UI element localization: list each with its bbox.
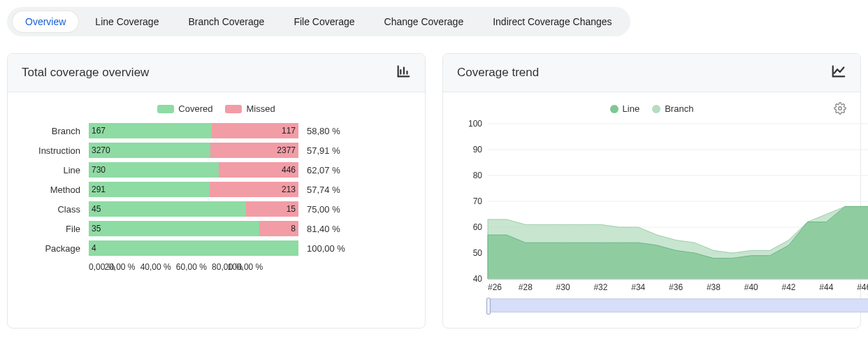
legend-label-line: Line [623, 103, 640, 114]
bar-covered: 167 [89, 123, 212, 138]
gear-icon[interactable] [834, 102, 846, 117]
bar-missed: 446 [219, 162, 298, 178]
svg-text:50: 50 [473, 248, 483, 258]
tab-file-coverage[interactable]: File Coverage [281, 11, 367, 32]
range-handle-left[interactable] [486, 298, 491, 315]
svg-text:#44: #44 [819, 282, 833, 292]
bar-missed: 213 [210, 182, 298, 197]
svg-text:70: 70 [473, 196, 483, 206]
tab-bar: Overview Line Coverage Branch Coverage F… [7, 7, 630, 36]
tab-indirect-coverage-changes[interactable]: Indirect Coverage Changes [480, 11, 624, 32]
svg-text:#42: #42 [782, 282, 796, 292]
row-percent: 81,40 % [303, 224, 347, 234]
bar-track: 167117 [89, 123, 298, 138]
svg-text:#36: #36 [669, 282, 683, 292]
overview-row: Package40100,00 % [22, 238, 411, 258]
bar-track: 291213 [89, 182, 298, 197]
row-percent: 57,91 % [303, 145, 347, 156]
trend-chart: 405060708090100#26#28#30#32#34#36#38#40#… [457, 120, 868, 294]
bar-missed: 8 [259, 221, 298, 236]
bar-missed: 117 [212, 123, 298, 138]
bar-track: 4515 [89, 201, 298, 217]
row-percent: 75,00 % [303, 204, 347, 215]
overview-row: Instruction3270237757,91 % [22, 141, 411, 160]
card-coverage-trend: Coverage trend Line Branch 4050607080901… [442, 53, 861, 329]
legend-swatch-covered [157, 105, 174, 113]
svg-text:60: 60 [473, 222, 483, 232]
overview-row: Class451575,00 % [22, 199, 411, 219]
row-label: Instruction [22, 145, 85, 156]
tab-branch-coverage[interactable]: Branch Coverage [175, 11, 277, 32]
bar-covered: 45 [89, 201, 246, 217]
svg-text:#26: #26 [488, 282, 502, 292]
row-label: Class [22, 204, 85, 215]
row-label: Line [22, 165, 85, 175]
svg-text:#34: #34 [631, 282, 645, 292]
legend-dot-line [610, 105, 619, 113]
bar-covered: 4 [89, 240, 298, 256]
overview-row: Method29121357,74 % [22, 180, 411, 199]
x-tick: 20,00 % [104, 262, 135, 272]
card-header: Coverage trend [443, 54, 860, 92]
bar-covered: 291 [89, 182, 210, 197]
svg-text:100: 100 [468, 120, 482, 129]
bar-covered: 35 [89, 221, 259, 236]
overview-bars: Branch16711758,80 %Instruction3270237757… [22, 121, 411, 258]
x-tick: 40,00 % [140, 262, 171, 272]
row-label: Branch [22, 126, 85, 136]
bar-track: 32702377 [89, 143, 298, 158]
bar-track: 40 [89, 240, 298, 256]
svg-point-7 [839, 107, 842, 110]
svg-text:#30: #30 [556, 282, 570, 292]
tab-line-coverage[interactable]: Line Coverage [82, 11, 171, 32]
bar-covered: 3270 [89, 143, 210, 158]
card-title: Coverage trend [457, 66, 539, 80]
bar-missed: 2377 [210, 143, 298, 158]
legend-label-covered: Covered [178, 103, 212, 114]
svg-text:#38: #38 [707, 282, 721, 292]
legend-swatch-missed [225, 105, 242, 113]
svg-text:40: 40 [473, 274, 483, 284]
bar-covered: 730 [89, 162, 219, 178]
svg-text:80: 80 [473, 171, 483, 180]
card-total-coverage-overview: Total coverage overview Covered Missed B… [7, 53, 426, 329]
svg-text:#28: #28 [519, 282, 533, 292]
overview-row: File35881,40 % [22, 219, 411, 238]
overview-legend: Covered Missed [22, 103, 411, 114]
overview-row: Line73044662,07 % [22, 160, 411, 180]
bar-missed: 15 [246, 201, 298, 217]
card-header: Total coverage overview [8, 54, 425, 92]
bar-track: 730446 [89, 162, 298, 178]
row-label: Method [22, 185, 85, 195]
tab-overview[interactable]: Overview [13, 11, 78, 32]
tab-change-coverage[interactable]: Change Coverage [372, 11, 477, 32]
row-percent: 57,74 % [303, 185, 347, 195]
legend-label-missed: Missed [246, 103, 275, 114]
legend-label-branch: Branch [665, 103, 693, 114]
trend-legend: Line Branch [457, 103, 846, 114]
trend-range-slider[interactable] [488, 298, 868, 312]
row-percent: 100,00 % [303, 243, 347, 254]
row-label: File [22, 224, 85, 234]
x-tick: 100,00 % [228, 262, 263, 272]
line-chart-icon [831, 64, 846, 82]
overview-row: Branch16711758,80 % [22, 121, 411, 141]
legend-dot-branch [652, 105, 660, 113]
bar-chart-icon [396, 64, 411, 82]
row-percent: 58,80 % [303, 126, 347, 136]
bar-track: 358 [89, 221, 298, 236]
row-percent: 62,07 % [303, 165, 347, 175]
svg-text:#46: #46 [857, 282, 868, 292]
svg-text:#40: #40 [744, 282, 758, 292]
row-label: Package [22, 243, 85, 254]
card-title: Total coverage overview [22, 66, 149, 80]
x-tick: 60,00 % [176, 262, 207, 272]
svg-text:#32: #32 [593, 282, 607, 292]
overview-x-axis: 0,00 %20,00 %40,00 %60,00 %80,00 %100,00… [89, 262, 298, 272]
svg-text:90: 90 [473, 145, 483, 154]
